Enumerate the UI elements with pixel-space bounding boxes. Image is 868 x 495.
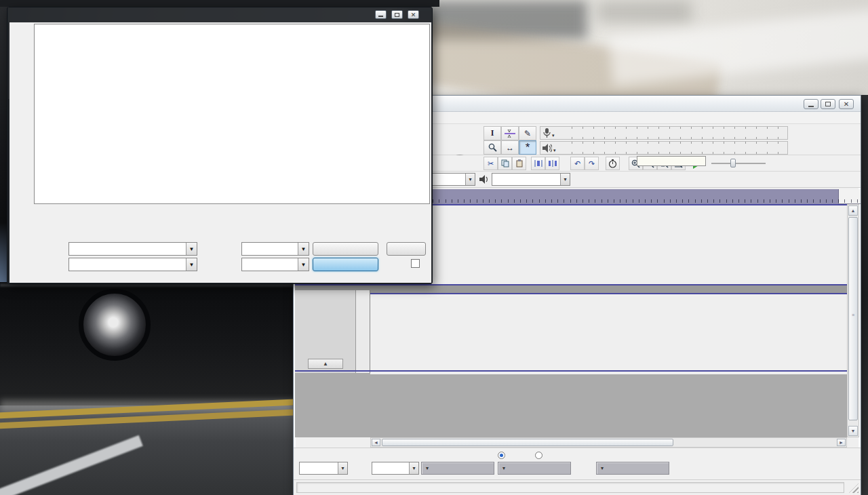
microphone-icon (542, 128, 551, 138)
maximize-button[interactable] (391, 10, 403, 19)
export-button[interactable] (313, 242, 378, 256)
desktop: ✕ ❚❚ ▶ ■ ◀◀ ▶▶ I ✎ ↔ * ▾ (0, 0, 868, 495)
input-channels-dropdown[interactable]: ▾ (431, 173, 475, 186)
silence-icon (549, 159, 557, 167)
playback-meter[interactable]: ▾ (540, 141, 788, 155)
track2-control-panel[interactable]: ▲ (295, 290, 356, 373)
close-button[interactable]: ✕ (408, 10, 419, 19)
replot-button[interactable] (387, 242, 426, 256)
scroll-right-icon[interactable]: ► (837, 439, 846, 446)
track-divider[interactable] (295, 285, 847, 293)
redo-button[interactable]: ↷ (585, 157, 599, 170)
scroll-down-icon[interactable]: ▼ (848, 426, 858, 436)
status-text (296, 482, 844, 493)
paste-icon (515, 159, 524, 167)
empty-track-area (295, 374, 847, 437)
selection-tool[interactable]: I (484, 126, 501, 140)
copy-button[interactable] (498, 157, 512, 170)
photo-car-wheel (79, 289, 151, 361)
silence-button[interactable] (545, 157, 559, 170)
magnifier-icon (488, 143, 497, 152)
playback-speed-slider[interactable] (711, 163, 766, 164)
output-device-dropdown[interactable]: ▾ (492, 173, 570, 186)
scroll-left-icon[interactable]: ◄ (372, 439, 380, 446)
vertical-scrollbar-thumb[interactable]: ≡ (848, 217, 858, 420)
trim-button[interactable] (531, 157, 545, 170)
dropdown-arrow-icon[interactable]: ▾ (552, 133, 555, 138)
monitoring-tooltip[interactable] (637, 156, 706, 166)
spectrum-plot[interactable] (34, 24, 430, 204)
resize-grip[interactable] (849, 483, 859, 493)
collapse-track-button[interactable]: ▲ (308, 359, 343, 369)
recording-meter[interactable]: ▾ (540, 126, 788, 140)
multi-tool[interactable]: * (519, 140, 536, 155)
timeline-ticks (364, 199, 859, 203)
maximize-button[interactable] (821, 99, 835, 109)
end-radio[interactable] (498, 452, 505, 459)
close-dialog-button[interactable] (313, 258, 378, 271)
track2-waveform[interactable] (370, 294, 846, 370)
envelope-icon (505, 130, 515, 138)
zoom-tool[interactable] (484, 140, 501, 155)
trim-icon (534, 159, 542, 167)
current-position-box[interactable]: ▾ (596, 462, 669, 475)
scroll-up-icon[interactable]: ▲ (848, 205, 858, 216)
function-dropdown[interactable]: ▼ (68, 258, 197, 271)
dropdown-arrow-icon[interactable]: ▾ (553, 148, 556, 153)
thumb-grip: ≡ (852, 313, 854, 317)
photo-edge (0, 0, 439, 7)
selection-end-box[interactable]: ▾ (498, 462, 571, 475)
grid-checkbox[interactable] (411, 259, 420, 268)
undo-button[interactable]: ↶ (570, 157, 585, 170)
frequency-analysis-window: ✕ ▼ ▼ ▼ ▼ (7, 7, 433, 284)
copy-icon (501, 159, 509, 167)
length-radio[interactable] (535, 452, 542, 459)
track-border (295, 370, 847, 372)
minimize-button[interactable] (375, 10, 387, 19)
horizontal-scrollbar-thumb[interactable] (382, 439, 673, 446)
stopwatch-sync-button[interactable] (606, 157, 620, 170)
algorithm-dropdown[interactable]: ▼ (68, 242, 197, 256)
speaker-icon (542, 144, 552, 153)
photo-car (0, 282, 296, 411)
horizontal-scrollbar[interactable]: ◄ ► (370, 437, 847, 448)
paste-button[interactable] (512, 157, 526, 170)
track2-vertical-ruler[interactable] (356, 290, 370, 373)
timeshift-tool[interactable]: ↔ (501, 140, 519, 155)
close-button[interactable]: ✕ (839, 99, 854, 109)
speed-slider-thumb[interactable] (730, 159, 736, 167)
snap-to-dropdown[interactable]: ▾ (372, 462, 419, 475)
axis-dropdown[interactable]: ▼ (241, 258, 309, 271)
photo-shape (597, 0, 692, 23)
track1-waveform[interactable] (370, 207, 846, 283)
speaker-icon (479, 175, 489, 184)
status-bar (294, 479, 861, 495)
selection-toolbar: ▾ ▾ ▾ ▾ ▾ (294, 448, 861, 479)
project-rate-dropdown[interactable]: ▾ (299, 462, 348, 475)
size-dropdown[interactable]: ▼ (241, 242, 309, 256)
envelope-tool[interactable] (501, 126, 519, 140)
frequency-window-body: ▼ ▼ ▼ ▼ (9, 22, 431, 283)
minimize-button[interactable] (804, 99, 818, 109)
selection-start-box[interactable]: ▾ (421, 462, 494, 475)
stopwatch-icon (608, 159, 617, 168)
cut-button[interactable]: ✂ (484, 157, 498, 170)
vertical-scrollbar[interactable]: ▲ ≡ ▼ (847, 204, 859, 437)
draw-tool[interactable]: ✎ (519, 126, 536, 140)
